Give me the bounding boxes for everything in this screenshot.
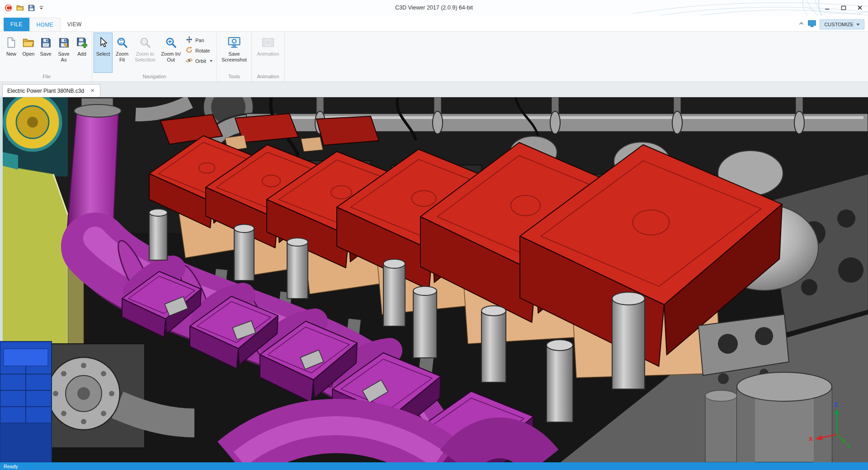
pan-icon bbox=[186, 36, 193, 44]
ribbon-group-navigation: Select Zoom Fit Zoom to Selection bbox=[92, 32, 217, 81]
ribbon: New Open Save bbox=[0, 32, 868, 82]
status-text: Ready bbox=[4, 464, 18, 469]
save-button[interactable]: Save bbox=[37, 33, 54, 73]
group-label-navigation: Navigation bbox=[94, 73, 215, 81]
open-button-label: Open bbox=[23, 51, 35, 57]
tabrow-right-tools: CUSTOMIZE bbox=[798, 19, 868, 31]
zoom-to-selection-button[interactable]: Zoom to Selection bbox=[132, 33, 159, 73]
save-as-button[interactable]: Save As bbox=[54, 33, 73, 73]
viewport-canvas[interactable]: Z X Y bbox=[0, 97, 868, 462]
zoom-selection-icon bbox=[139, 35, 151, 50]
quick-access-toolbar bbox=[0, 4, 44, 12]
zoom-in-out-button-label: Zoom In/ Out bbox=[160, 51, 182, 63]
zoom-fit-button[interactable]: Zoom Fit bbox=[113, 33, 132, 73]
add-button[interactable]: Add bbox=[73, 33, 90, 73]
zoom-in-out-button[interactable]: Zoom In/ Out bbox=[159, 33, 183, 73]
add-button-label: Add bbox=[77, 51, 86, 57]
rotate-button-label: Rotate bbox=[195, 48, 210, 53]
save-as-button-label: Save As bbox=[56, 51, 72, 63]
group-label-file: File bbox=[3, 73, 90, 81]
save-floppy-icon bbox=[41, 35, 51, 50]
rotate-icon bbox=[186, 47, 193, 54]
axis-y-label: Y bbox=[847, 443, 851, 450]
maximize-button[interactable] bbox=[835, 1, 852, 14]
animation-button-label: Animation bbox=[257, 51, 279, 57]
status-bar: Ready bbox=[0, 462, 868, 470]
open-folder-icon bbox=[23, 35, 34, 50]
tab-view[interactable]: VIEW bbox=[61, 18, 89, 31]
orbit-button-label: Orbit bbox=[195, 58, 206, 64]
window-title: C3D Viewer 2017 (2.0.9) 64-bit bbox=[0, 5, 868, 11]
zoom-fit-button-label: Zoom Fit bbox=[114, 51, 130, 63]
animation-button[interactable]: Animation bbox=[253, 33, 283, 73]
close-button[interactable] bbox=[852, 1, 868, 14]
screenshot-icon bbox=[228, 35, 241, 50]
tab-file[interactable]: FILE bbox=[4, 18, 29, 31]
select-cursor-icon bbox=[99, 35, 107, 50]
customize-button-label: CUSTOMIZE bbox=[824, 22, 854, 27]
new-button-label: New bbox=[6, 51, 16, 57]
app-window: C3D Viewer 2017 (2.0.9) 64-bit FILE HOME… bbox=[0, 0, 868, 470]
open-button[interactable]: Open bbox=[20, 33, 37, 73]
orbit-button[interactable]: Orbit bbox=[184, 57, 214, 65]
tab-home[interactable]: HOME bbox=[29, 18, 61, 31]
close-document-icon[interactable]: ✕ bbox=[90, 88, 95, 94]
ribbon-group-tools: Save Screenshot Tools bbox=[217, 32, 252, 81]
titlebar: C3D Viewer 2017 (2.0.9) 64-bit bbox=[0, 0, 868, 15]
customize-quick-access-icon[interactable] bbox=[39, 5, 44, 10]
pan-button[interactable]: Pan bbox=[184, 36, 214, 44]
chevron-down-icon bbox=[210, 60, 212, 62]
save-button-label: Save bbox=[40, 51, 51, 57]
axis-z-label: Z bbox=[834, 401, 838, 408]
pan-button-label: Pan bbox=[195, 38, 204, 43]
select-button[interactable]: Select bbox=[94, 33, 113, 73]
ribbon-group-animation: Animation Animation bbox=[252, 32, 285, 81]
window-controls bbox=[819, 1, 868, 14]
add-file-icon bbox=[76, 35, 87, 50]
document-tab-bar: Electric Power Plant 380NB.c3d ✕ bbox=[0, 82, 868, 97]
ribbon-group-file: New Open Save bbox=[1, 32, 92, 81]
navigation-small-buttons: Pan Rotate Orbit bbox=[183, 33, 215, 73]
document-tab-label: Electric Power Plant 380NB.c3d bbox=[7, 88, 84, 94]
new-button[interactable]: New bbox=[3, 33, 20, 73]
save-screenshot-button[interactable]: Save Screenshot bbox=[218, 33, 250, 73]
customize-button[interactable]: CUSTOMIZE bbox=[820, 19, 864, 29]
save-screenshot-button-label: Save Screenshot bbox=[220, 51, 249, 63]
monitor-icon[interactable] bbox=[808, 20, 816, 29]
animation-icon bbox=[262, 35, 274, 50]
group-label-animation: Animation bbox=[253, 73, 283, 81]
ribbon-tab-row: FILE HOME VIEW CUSTOMIZE bbox=[0, 15, 868, 32]
orbit-icon bbox=[186, 57, 193, 65]
chevron-down-icon bbox=[856, 24, 860, 26]
open-folder-icon[interactable] bbox=[16, 5, 24, 11]
new-file-icon bbox=[7, 35, 16, 50]
minimize-button[interactable] bbox=[819, 1, 835, 14]
rotate-button[interactable]: Rotate bbox=[184, 46, 214, 55]
save-icon[interactable] bbox=[28, 5, 35, 11]
group-label-tools: Tools bbox=[218, 73, 250, 81]
select-button-label: Select bbox=[96, 51, 110, 57]
minimize-ribbon-icon[interactable] bbox=[798, 20, 804, 28]
app-logo-icon bbox=[5, 4, 12, 12]
zoom-to-selection-button-label: Zoom to Selection bbox=[133, 51, 157, 63]
viewport: Z X Y bbox=[0, 97, 868, 462]
axis-x-label: X bbox=[809, 436, 813, 442]
zoom-in-out-icon bbox=[165, 35, 177, 50]
zoom-fit-icon bbox=[116, 35, 128, 50]
save-as-floppy-icon bbox=[59, 35, 69, 50]
document-tab[interactable]: Electric Power Plant 380NB.c3d ✕ bbox=[2, 84, 100, 97]
